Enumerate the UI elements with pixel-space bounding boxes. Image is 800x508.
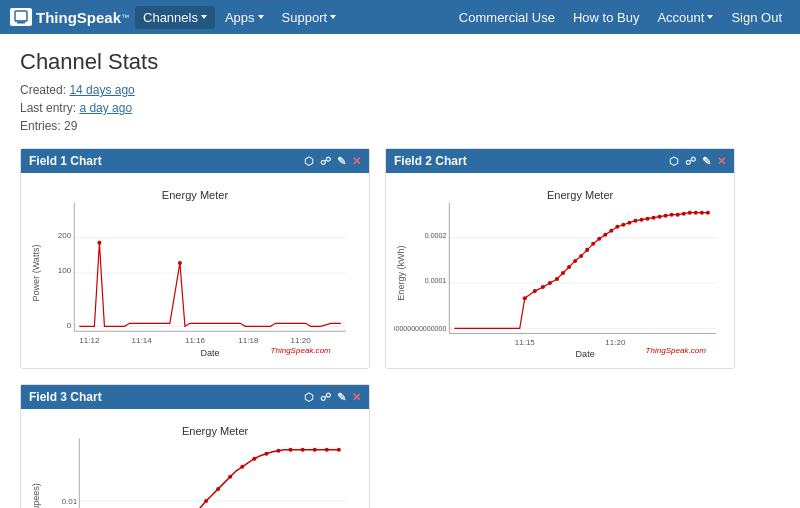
svg-text:0: 0: [67, 321, 72, 330]
svg-text:100: 100: [58, 266, 72, 275]
svg-point-95: [264, 452, 268, 456]
svg-point-56: [658, 215, 662, 219]
svg-point-47: [603, 233, 607, 237]
nav-commercial-use[interactable]: Commercial Use: [451, 6, 563, 29]
field1-comment-icon[interactable]: ☍: [320, 155, 331, 168]
nav-right: Commercial Use How to Buy Account Sign O…: [451, 6, 790, 29]
svg-point-40: [561, 271, 565, 275]
svg-point-36: [533, 289, 537, 293]
chart-field2-title: Field 2 Chart: [394, 154, 467, 168]
field3-external-icon[interactable]: ⬡: [304, 391, 314, 404]
svg-text:Energy Meter: Energy Meter: [162, 189, 229, 201]
svg-text:11:20: 11:20: [605, 338, 626, 347]
svg-point-53: [639, 218, 643, 222]
field1-close-icon[interactable]: ✕: [352, 155, 361, 168]
chart-field3-header: Field 3 Chart ⬡ ☍ ✎ ✕: [21, 385, 369, 409]
svg-point-48: [609, 229, 613, 233]
chart-field2-header: Field 2 Chart ⬡ ☍ ✎ ✕: [386, 149, 734, 173]
svg-point-44: [585, 248, 589, 252]
field1-external-icon[interactable]: ⬡: [304, 155, 314, 168]
svg-point-92: [228, 475, 232, 479]
nav-support[interactable]: Support: [274, 6, 345, 29]
svg-point-101: [337, 448, 341, 452]
chart-field2-icons: ⬡ ☍ ✎ ✕: [669, 155, 726, 168]
svg-text:11:14: 11:14: [132, 336, 153, 345]
chart-field1: Field 1 Chart ⬡ ☍ ✎ ✕ Energy Meter Power…: [20, 148, 370, 369]
field2-close-icon[interactable]: ✕: [717, 155, 726, 168]
svg-text:Energy Meter: Energy Meter: [182, 425, 249, 437]
svg-point-52: [633, 219, 637, 223]
svg-point-42: [573, 259, 577, 263]
svg-point-35: [523, 296, 527, 300]
navbar: ThingSpeak™ Channels Apps Support Commer…: [0, 0, 800, 34]
svg-text:ThingSpeak.com: ThingSpeak.com: [271, 347, 332, 356]
nav-apps[interactable]: Apps: [217, 6, 272, 29]
svg-text:11:15: 11:15: [515, 338, 536, 347]
page-title: Channel Stats: [20, 49, 780, 75]
chart-field1-icons: ⬡ ☍ ✎ ✕: [304, 155, 361, 168]
svg-point-38: [548, 281, 552, 285]
field2-external-icon[interactable]: ⬡: [669, 155, 679, 168]
channels-caret: [201, 15, 207, 19]
svg-point-64: [706, 211, 710, 215]
chart-field1-title: Field 1 Chart: [29, 154, 102, 168]
field3-comment-icon[interactable]: ☍: [320, 391, 331, 404]
nav-account[interactable]: Account: [649, 6, 721, 29]
svg-text:0.0001: 0.0001: [425, 277, 447, 284]
nav-links: Channels Apps Support: [135, 6, 451, 29]
field2-edit-icon[interactable]: ✎: [702, 155, 711, 168]
svg-text:ThingSpeak.com: ThingSpeak.com: [646, 347, 707, 356]
chart-field2: Field 2 Chart ⬡ ☍ ✎ ✕ Energy Meter Energ…: [385, 148, 735, 369]
field2-comment-icon[interactable]: ☍: [685, 155, 696, 168]
svg-rect-0: [15, 11, 27, 21]
chart-field3: Field 3 Chart ⬡ ☍ ✎ ✕ Energy Meter Bill …: [20, 384, 370, 508]
field3-close-icon[interactable]: ✕: [352, 391, 361, 404]
svg-text:Date: Date: [201, 348, 220, 358]
svg-point-96: [276, 449, 280, 453]
support-caret: [330, 15, 336, 19]
svg-point-49: [615, 225, 619, 229]
nav-how-to-buy[interactable]: How to Buy: [565, 6, 647, 29]
chart-field3-title: Field 3 Chart: [29, 390, 102, 404]
brand[interactable]: ThingSpeak™: [10, 8, 129, 26]
brand-name: ThingSpeak: [36, 9, 121, 26]
account-caret: [707, 15, 713, 19]
field1-edit-icon[interactable]: ✎: [337, 155, 346, 168]
svg-point-51: [627, 221, 631, 225]
svg-point-98: [301, 448, 305, 452]
svg-point-99: [313, 448, 317, 452]
svg-point-19: [97, 241, 101, 245]
svg-text:Energy Meter: Energy Meter: [547, 189, 614, 201]
svg-point-57: [664, 214, 668, 218]
svg-point-39: [555, 277, 559, 281]
svg-text:11:16: 11:16: [185, 336, 206, 345]
field3-edit-icon[interactable]: ✎: [337, 391, 346, 404]
svg-point-94: [252, 457, 256, 461]
apps-caret: [258, 15, 264, 19]
svg-text:Power (Watts): Power (Watts): [31, 245, 41, 302]
svg-text:-0.0000000000000000: -0.0000000000000000: [394, 325, 446, 332]
chart-field1-body: Energy Meter Power (Watts) 0 100 200 11:: [21, 173, 369, 368]
svg-point-20: [178, 261, 182, 265]
chart-field3-icons: ⬡ ☍ ✎ ✕: [304, 391, 361, 404]
created-link[interactable]: 14 days ago: [69, 83, 134, 97]
svg-text:200: 200: [58, 231, 72, 240]
chart-field2-body: Energy Meter Energy (kWh) -0.00000000000…: [386, 173, 734, 368]
svg-point-90: [204, 499, 208, 503]
chart-field3-svg: Energy Meter Bill (Rupees) 0 0.01 11:12 …: [29, 417, 361, 508]
svg-point-61: [688, 211, 692, 215]
svg-point-54: [646, 217, 650, 221]
svg-text:0.01: 0.01: [62, 497, 78, 506]
nav-sign-out[interactable]: Sign Out: [723, 6, 790, 29]
nav-channels[interactable]: Channels: [135, 6, 215, 29]
svg-point-50: [621, 223, 625, 227]
chart-field1-header: Field 1 Chart ⬡ ☍ ✎ ✕: [21, 149, 369, 173]
svg-point-37: [541, 285, 545, 289]
last-entry-link[interactable]: a day ago: [79, 101, 132, 115]
svg-point-45: [591, 242, 595, 246]
svg-rect-2: [17, 22, 25, 24]
last-entry-meta: Last entry: a day ago: [20, 101, 780, 115]
svg-point-58: [670, 213, 674, 217]
svg-text:11:12: 11:12: [79, 336, 100, 345]
entries-meta: Entries: 29: [20, 119, 780, 133]
